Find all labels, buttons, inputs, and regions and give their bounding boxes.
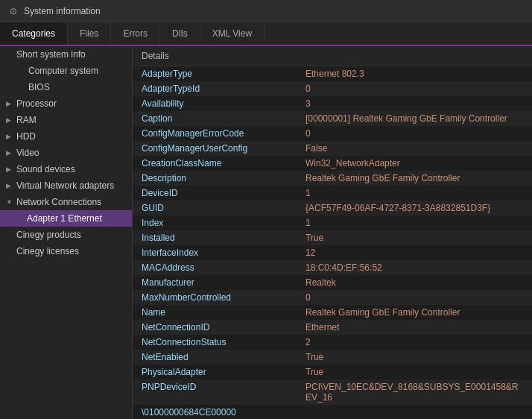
sidebar-item-processor[interactable]: ▶Processor (0, 95, 132, 112)
property-value: PCI\VEN_10EC&DEV_8168&SUBSYS_E0001458&RE… (297, 379, 532, 405)
property-value: True (297, 230, 532, 245)
title-bar-icon: ⊙ (7, 5, 19, 17)
property-value: True (297, 350, 532, 365)
sidebar-item-virtual-network[interactable]: ▶Virtual Network adapters (0, 177, 132, 194)
property-name: AdapterTypeId (133, 81, 297, 96)
table-row: GUID{ACF57F49-06AF-4727-8371-3A8832851D3… (133, 201, 532, 215)
table-row: PNPDeviceIDPCI\VEN_10EC&DEV_8168&SUBSYS_… (133, 379, 532, 405)
property-value: 0 (297, 290, 532, 305)
table-row: NameRealtek Gaming GbE Family Controller (133, 305, 532, 320)
table-row: CreationClassNameWin32_NetworkAdapter (133, 156, 532, 171)
arrow-icon: ▶ (6, 133, 15, 140)
table-row: InterfaceIndex12 (133, 245, 532, 260)
arrow-icon: ▶ (6, 182, 15, 189)
table-row: \01000000684CE00000 (133, 405, 532, 419)
tab-categories[interactable]: Categories (0, 22, 68, 45)
sidebar-item-label: Short system info (16, 49, 86, 60)
property-value: Ethernet 802.3 (297, 66, 532, 81)
tab-dlis[interactable]: DlIs (160, 22, 200, 45)
property-value: 3 (297, 96, 532, 111)
table-row: Availability3 (133, 96, 532, 111)
sidebar-item-video[interactable]: ▶Video (0, 145, 132, 161)
table-row: MaxNumberControlled0 (133, 290, 532, 305)
sidebar-item-label: RAM (16, 115, 37, 125)
table-row: AdapterTypeId0 (133, 81, 532, 96)
sidebar-item-label: Computer system (28, 66, 98, 76)
sidebar-item-label: Processor (16, 98, 57, 109)
sidebar-item-adapter1-ethernet[interactable]: Adapter 1 Ethernet (0, 210, 132, 227)
table-row: AdapterTypeEthernet 802.3 (133, 66, 532, 81)
main-content: Short system infoComputer systemBIOS▶Pro… (0, 46, 532, 419)
title-bar-text: System information (24, 6, 101, 16)
property-name: Manufacturer (133, 275, 297, 290)
details-table: AdapterTypeEthernet 802.3AdapterTypeId0A… (133, 66, 532, 419)
tab-files[interactable]: Files (68, 22, 111, 45)
details-header: Details (133, 46, 532, 66)
property-name: \01000000684CE00000 (133, 405, 297, 419)
property-name: Availability (133, 96, 297, 111)
property-value: Realtek Gaming GbE Family Controller (297, 171, 532, 186)
property-value: False (297, 141, 532, 156)
property-value: Realtek (297, 275, 532, 290)
property-name: Installed (133, 230, 297, 245)
table-row: NetConnectionIDEthernet (133, 320, 532, 335)
property-value: 1 (297, 215, 532, 230)
sidebar-item-label: Network Connections (16, 197, 101, 207)
property-name: Index (133, 215, 297, 230)
property-value: Win32_NetworkAdapter (297, 156, 532, 171)
property-name: Name (133, 305, 297, 320)
table-row: ManufacturerRealtek (133, 275, 532, 290)
sidebar-item-label: BIOS (28, 82, 50, 92)
tab-xml-view[interactable]: XML View (200, 22, 265, 45)
property-name: InterfaceIndex (133, 245, 297, 260)
property-name: MaxNumberControlled (133, 290, 297, 305)
sidebar-item-label: Sound devices (16, 164, 75, 174)
property-name: NetEnabled (133, 350, 297, 365)
property-name: NetConnectionStatus (133, 335, 297, 350)
property-name: CreationClassName (133, 156, 297, 171)
sidebar-item-cinegy-products[interactable]: Cinegy products (0, 227, 132, 243)
sidebar-item-label: HDD (16, 131, 36, 142)
property-value: True (297, 365, 532, 379)
table-row: MACAddress18:C0:4D:EF:56:52 (133, 260, 532, 275)
property-value: 2 (297, 335, 532, 350)
property-name: NetConnectionID (133, 320, 297, 335)
property-value (297, 405, 532, 419)
property-value: 0 (297, 126, 532, 141)
property-name: ConfigManagerErrorCode (133, 126, 297, 141)
sidebar: Short system infoComputer systemBIOS▶Pro… (0, 46, 133, 419)
property-value: 0 (297, 81, 532, 96)
table-row: NetConnectionStatus2 (133, 335, 532, 350)
sidebar-item-bios[interactable]: BIOS (0, 79, 132, 95)
sidebar-item-label: Virtual Network adapters (16, 180, 114, 191)
sidebar-item-hdd[interactable]: ▶HDD (0, 128, 132, 145)
details-panel: Details AdapterTypeEthernet 802.3Adapter… (133, 46, 532, 419)
property-value: Realtek Gaming GbE Family Controller (297, 305, 532, 320)
property-value: 1 (297, 186, 532, 201)
property-name: DeviceID (133, 186, 297, 201)
sidebar-item-computer-system[interactable]: Computer system (0, 63, 132, 79)
property-name: AdapterType (133, 66, 297, 81)
property-name: Caption (133, 111, 297, 126)
property-value: 18:C0:4D:EF:56:52 (297, 260, 532, 275)
table-row: Caption[00000001] Realtek Gaming GbE Fam… (133, 111, 532, 126)
property-name: Description (133, 171, 297, 186)
sidebar-item-network-connections[interactable]: ▼Network Connections (0, 194, 132, 210)
table-row: Index1 (133, 215, 532, 230)
property-name: MACAddress (133, 260, 297, 275)
sidebar-item-sound-devices[interactable]: ▶Sound devices (0, 161, 132, 177)
property-value: 12 (297, 245, 532, 260)
sidebar-item-label: Cinegy licenses (16, 246, 79, 256)
property-value: [00000001] Realtek Gaming GbE Family Con… (297, 111, 532, 126)
sidebar-item-cinegy-licenses[interactable]: Cinegy licenses (0, 243, 132, 259)
tab-bar: CategoriesFilesErrorsDlIsXML View (0, 22, 532, 46)
sidebar-item-ram[interactable]: ▶RAM (0, 112, 132, 128)
property-value: Ethernet (297, 320, 532, 335)
property-value: {ACF57F49-06AF-4727-8371-3A8832851D3F} (297, 201, 532, 215)
property-name: PNPDeviceID (133, 379, 297, 405)
table-row: PhysicalAdapterTrue (133, 365, 532, 379)
sidebar-item-short-system-info[interactable]: Short system info (0, 46, 132, 63)
arrow-icon: ▶ (6, 116, 15, 124)
table-row: ConfigManagerErrorCode0 (133, 126, 532, 141)
tab-errors[interactable]: Errors (111, 22, 160, 45)
